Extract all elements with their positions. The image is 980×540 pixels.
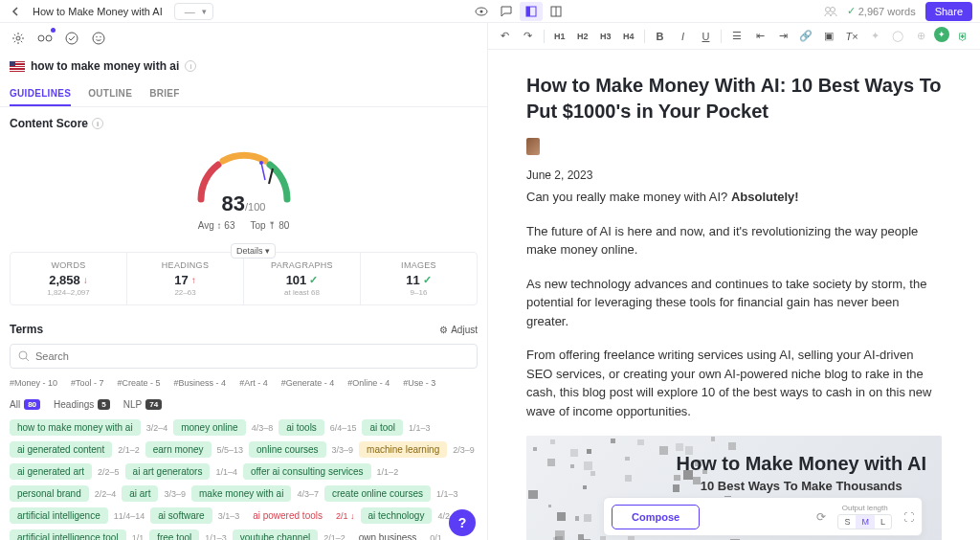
term-item[interactable]: ai art3/3–9 (122, 485, 186, 502)
hashtag[interactable]: #Create - 5 (118, 378, 161, 388)
indent-button[interactable]: ⇥ (773, 27, 792, 46)
stat-headings: HEADINGS17↑22–63 (126, 253, 243, 304)
svg-point-15 (259, 161, 263, 165)
term-item[interactable]: artificial intelligence11/4–14 (10, 507, 145, 524)
link-button[interactable]: 🔗 (796, 27, 815, 46)
outdent-button[interactable]: ⇤ (750, 27, 769, 46)
h3-button[interactable]: H3 (596, 27, 615, 46)
back-button[interactable] (8, 3, 25, 20)
term-item[interactable]: own business0/1 (351, 529, 442, 540)
paragraph[interactable]: Can you really make money with AI? Absol… (526, 188, 942, 207)
paragraph[interactable]: The future of AI is here and now, and it… (526, 222, 942, 259)
article-date[interactable]: June 2, 2023 (526, 169, 942, 182)
underline-button[interactable]: U (697, 27, 716, 46)
stat-words: WORDS2,858↓1,824–2,097 (11, 253, 126, 304)
term-item[interactable]: ai generated content2/1–2 (10, 441, 140, 458)
filter-all[interactable]: All80 (10, 399, 40, 410)
flag-icon (10, 61, 25, 72)
hashtag[interactable]: #Business - 4 (174, 378, 227, 388)
info-icon[interactable]: i (92, 118, 103, 129)
refresh-icon[interactable]: ⟳ (816, 510, 826, 524)
tab-brief[interactable]: BRIEF (149, 82, 180, 106)
svg-point-6 (825, 7, 830, 11)
svg-line-17 (26, 358, 29, 361)
svg-rect-10 (46, 35, 52, 41)
term-item[interactable]: machine learning2/3–9 (359, 441, 475, 458)
italic-button[interactable]: I (674, 27, 693, 46)
filter-nlp[interactable]: NLP74 (123, 399, 162, 410)
undo-icon[interactable]: ↶ (496, 27, 515, 46)
h4-button[interactable]: H4 (619, 27, 638, 46)
term-item[interactable]: ai powered tools2/1 ↓ (245, 507, 354, 524)
collaborator-avatars[interactable] (824, 6, 837, 17)
term-item[interactable]: youtube channel2/1–2 (233, 529, 345, 540)
help-fab[interactable]: ? (449, 509, 476, 536)
terms-title: Terms (10, 323, 43, 336)
term-item[interactable]: ai generated art2/2–5 (10, 463, 120, 480)
chat-icon[interactable] (495, 2, 518, 21)
hashtag-list: #Money - 10#Tool - 7#Create - 5#Business… (10, 378, 478, 388)
hashtag[interactable]: #Money - 10 (10, 378, 57, 388)
columns-icon[interactable] (545, 2, 568, 21)
details-button[interactable]: Details ▾ (231, 243, 276, 259)
status-badge[interactable]: ✦ (934, 27, 949, 42)
paragraph[interactable]: As new technology advances and continues… (526, 275, 942, 331)
term-item[interactable]: free tool1/1–3 (149, 529, 227, 540)
gear-icon[interactable] (10, 30, 27, 47)
term-item[interactable]: create online courses1/1–3 (324, 485, 458, 502)
check-circle-icon[interactable] (63, 30, 80, 47)
term-item[interactable]: money online4/3–8 (173, 419, 273, 436)
compose-button[interactable]: Compose (612, 505, 700, 529)
term-item[interactable]: ai tool1/1–3 (362, 419, 430, 436)
redo-icon[interactable]: ↷ (519, 27, 538, 46)
term-item[interactable]: ai art generators1/1–4 (125, 463, 237, 480)
score-comparison: Avg ↕ 63 Top ⤒ 80 (198, 220, 290, 231)
globe-icon[interactable]: ⊕ (911, 27, 930, 46)
hashtag[interactable]: #Use - 3 (403, 378, 435, 388)
image-button[interactable]: ▣ (819, 27, 838, 46)
term-item[interactable]: make money with ai4/3–7 (191, 485, 319, 502)
term-item[interactable]: how to make money with ai3/2–4 (10, 419, 167, 436)
adjust-button[interactable]: ⚙ Adjust (439, 325, 478, 335)
hashtag[interactable]: #Generate - 4 (281, 378, 335, 388)
term-item[interactable]: earn money5/5–13 (145, 441, 243, 458)
target-keyword: how to make money with ai (31, 59, 179, 73)
doc-dropdown[interactable]: — (174, 3, 213, 20)
term-item[interactable]: ai technology4/2–6 (361, 507, 459, 524)
expand-icon[interactable]: ⛶ (903, 511, 914, 523)
share-button[interactable]: Share (925, 2, 972, 21)
link-icon[interactable] (36, 30, 54, 47)
h2-button[interactable]: H2 (573, 27, 592, 46)
side-panel-icon[interactable] (520, 2, 543, 21)
output-length-label: Output length (842, 504, 888, 512)
list-button[interactable]: ☰ (727, 27, 746, 46)
tab-outline[interactable]: OUTLINE (88, 82, 132, 106)
author-avatar (526, 138, 540, 155)
clear-format-button[interactable]: T× (842, 27, 861, 46)
output-length-toggle[interactable]: SML (837, 514, 892, 529)
filter-headings[interactable]: Headings5 (54, 399, 110, 410)
tab-guidelines[interactable]: GUIDELINES (10, 82, 71, 106)
hashtag[interactable]: #Online - 4 (347, 378, 390, 388)
doc-title: How to Make Money with AI (33, 6, 163, 17)
sparkle-icon[interactable]: ✦ (865, 27, 884, 46)
hashtag[interactable]: #Tool - 7 (71, 378, 104, 388)
term-item[interactable]: offer ai consulting services1/1–2 (243, 463, 398, 480)
term-item[interactable]: personal brand2/2–4 (10, 485, 116, 502)
info-icon[interactable]: i (185, 60, 196, 72)
hashtag[interactable]: #Art - 4 (239, 378, 268, 388)
smile-icon[interactable] (90, 30, 107, 47)
search-input[interactable] (10, 344, 478, 369)
term-item[interactable]: ai software3/1–3 (150, 507, 239, 524)
paragraph[interactable]: From offering freelance writing services… (526, 346, 942, 420)
bold-button[interactable]: B (651, 27, 670, 46)
article-title[interactable]: How to Make Money With AI: 10 Best Ways … (526, 73, 942, 124)
eye-icon[interactable] (470, 2, 493, 21)
circle-check-icon[interactable]: ◯ (888, 27, 907, 46)
shield-icon[interactable]: ⛨ (953, 27, 972, 46)
term-item[interactable]: online courses3/3–9 (249, 441, 353, 458)
svg-point-13 (96, 36, 97, 37)
term-item[interactable]: ai tools6/4–15 (278, 419, 356, 436)
term-item[interactable]: artificial intelligence tool1/1 (10, 529, 144, 540)
h1-button[interactable]: H1 (550, 27, 569, 46)
